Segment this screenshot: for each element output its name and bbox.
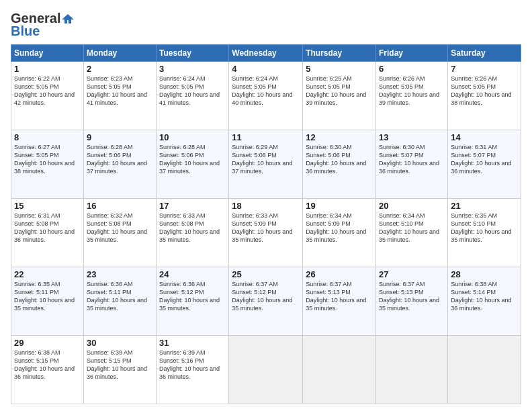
table-cell: 7 Sunrise: 6:26 AMSunset: 5:05 PMDayligh…	[448, 62, 521, 130]
day-number: 6	[379, 64, 445, 74]
day-number: 24	[159, 269, 226, 279]
day-number: 5	[306, 64, 373, 74]
logo: General Blue	[11, 11, 74, 39]
table-cell: 17 Sunrise: 6:33 AMSunset: 5:08 PMDaylig…	[157, 199, 229, 267]
col-monday: Monday	[83, 45, 156, 62]
cell-info: Sunrise: 6:37 AMSunset: 5:12 PMDaylight:…	[232, 281, 292, 312]
col-sunday: Sunday	[11, 45, 84, 62]
table-cell: 20 Sunrise: 6:34 AMSunset: 5:10 PMDaylig…	[376, 199, 448, 267]
table-cell: 14 Sunrise: 6:31 AMSunset: 5:07 PMDaylig…	[448, 130, 521, 199]
table-cell: 19 Sunrise: 6:34 AMSunset: 5:09 PMDaylig…	[303, 199, 376, 267]
col-tuesday: Tuesday	[157, 45, 229, 62]
cell-info: Sunrise: 6:31 AMSunset: 5:08 PMDaylight:…	[14, 212, 75, 243]
table-cell	[303, 336, 376, 404]
day-number: 26	[306, 269, 373, 279]
cell-info: Sunrise: 6:34 AMSunset: 5:10 PMDaylight:…	[379, 212, 439, 243]
day-number: 4	[232, 64, 300, 74]
day-number: 10	[159, 132, 226, 142]
day-number: 29	[14, 338, 81, 348]
cell-info: Sunrise: 6:32 AMSunset: 5:08 PMDaylight:…	[87, 212, 147, 243]
cell-info: Sunrise: 6:28 AMSunset: 5:06 PMDaylight:…	[159, 144, 220, 175]
day-number: 27	[379, 269, 445, 279]
table-cell: 22 Sunrise: 6:35 AMSunset: 5:11 PMDaylig…	[11, 267, 84, 336]
page: General Blue Sunday Monday Tuesday Wedne…	[0, 0, 532, 411]
table-cell: 21 Sunrise: 6:35 AMSunset: 5:10 PMDaylig…	[448, 199, 521, 267]
table-cell	[448, 336, 521, 404]
calendar-row: 22 Sunrise: 6:35 AMSunset: 5:11 PMDaylig…	[11, 267, 521, 336]
header-row: Sunday Monday Tuesday Wednesday Thursday…	[11, 45, 521, 62]
table-cell: 10 Sunrise: 6:28 AMSunset: 5:06 PMDaylig…	[157, 130, 229, 199]
svg-marker-0	[62, 14, 74, 24]
table-cell: 30 Sunrise: 6:39 AMSunset: 5:15 PMDaylig…	[83, 336, 156, 404]
day-number: 23	[87, 269, 153, 279]
day-number: 14	[451, 132, 518, 142]
day-number: 16	[87, 201, 153, 211]
cell-info: Sunrise: 6:27 AMSunset: 5:05 PMDaylight:…	[14, 144, 75, 175]
cell-info: Sunrise: 6:24 AMSunset: 5:05 PMDaylight:…	[159, 75, 220, 106]
cell-info: Sunrise: 6:38 AMSunset: 5:14 PMDaylight:…	[451, 281, 511, 312]
day-number: 7	[451, 64, 518, 74]
day-number: 21	[451, 201, 518, 211]
cell-info: Sunrise: 6:33 AMSunset: 5:09 PMDaylight:…	[232, 212, 292, 243]
cell-info: Sunrise: 6:33 AMSunset: 5:08 PMDaylight:…	[159, 212, 220, 243]
cell-info: Sunrise: 6:30 AMSunset: 5:07 PMDaylight:…	[379, 144, 439, 175]
col-wednesday: Wednesday	[229, 45, 303, 62]
col-saturday: Saturday	[448, 45, 521, 62]
logo-bird-icon	[62, 13, 74, 25]
day-number: 19	[306, 201, 373, 211]
table-cell: 11 Sunrise: 6:29 AMSunset: 5:06 PMDaylig…	[229, 130, 303, 199]
cell-info: Sunrise: 6:31 AMSunset: 5:07 PMDaylight:…	[451, 144, 511, 175]
calendar-row: 15 Sunrise: 6:31 AMSunset: 5:08 PMDaylig…	[11, 199, 521, 267]
day-number: 11	[232, 132, 300, 142]
cell-info: Sunrise: 6:35 AMSunset: 5:10 PMDaylight:…	[451, 212, 511, 243]
table-cell: 9 Sunrise: 6:28 AMSunset: 5:06 PMDayligh…	[83, 130, 156, 199]
cell-info: Sunrise: 6:34 AMSunset: 5:09 PMDaylight:…	[306, 212, 366, 243]
calendar-row: 1 Sunrise: 6:22 AMSunset: 5:05 PMDayligh…	[11, 62, 521, 130]
table-cell: 28 Sunrise: 6:38 AMSunset: 5:14 PMDaylig…	[448, 267, 521, 336]
cell-info: Sunrise: 6:22 AMSunset: 5:05 PMDaylight:…	[14, 75, 75, 106]
table-cell: 3 Sunrise: 6:24 AMSunset: 5:05 PMDayligh…	[157, 62, 229, 130]
table-cell	[376, 336, 448, 404]
day-number: 15	[14, 201, 81, 211]
cell-info: Sunrise: 6:37 AMSunset: 5:13 PMDaylight:…	[306, 281, 366, 312]
day-number: 13	[379, 132, 445, 142]
cell-info: Sunrise: 6:25 AMSunset: 5:05 PMDaylight:…	[306, 75, 366, 106]
cell-info: Sunrise: 6:35 AMSunset: 5:11 PMDaylight:…	[14, 281, 75, 312]
table-cell: 26 Sunrise: 6:37 AMSunset: 5:13 PMDaylig…	[303, 267, 376, 336]
day-number: 20	[379, 201, 445, 211]
col-thursday: Thursday	[303, 45, 376, 62]
table-cell: 16 Sunrise: 6:32 AMSunset: 5:08 PMDaylig…	[83, 199, 156, 267]
day-number: 17	[159, 201, 226, 211]
col-friday: Friday	[376, 45, 448, 62]
cell-info: Sunrise: 6:26 AMSunset: 5:05 PMDaylight:…	[379, 75, 439, 106]
day-number: 12	[306, 132, 373, 142]
table-cell: 1 Sunrise: 6:22 AMSunset: 5:05 PMDayligh…	[11, 62, 84, 130]
logo-blue: Blue	[11, 24, 40, 39]
calendar-row: 29 Sunrise: 6:38 AMSunset: 5:15 PMDaylig…	[11, 336, 521, 404]
day-number: 2	[87, 64, 153, 74]
day-number: 1	[14, 64, 81, 74]
cell-info: Sunrise: 6:38 AMSunset: 5:15 PMDaylight:…	[14, 349, 75, 380]
table-cell: 23 Sunrise: 6:36 AMSunset: 5:11 PMDaylig…	[83, 267, 156, 336]
table-cell: 5 Sunrise: 6:25 AMSunset: 5:05 PMDayligh…	[303, 62, 376, 130]
table-cell: 6 Sunrise: 6:26 AMSunset: 5:05 PMDayligh…	[376, 62, 448, 130]
day-number: 18	[232, 201, 300, 211]
cell-info: Sunrise: 6:28 AMSunset: 5:06 PMDaylight:…	[87, 144, 147, 175]
cell-info: Sunrise: 6:39 AMSunset: 5:16 PMDaylight:…	[159, 349, 220, 380]
cell-info: Sunrise: 6:37 AMSunset: 5:13 PMDaylight:…	[379, 281, 439, 312]
table-cell: 31 Sunrise: 6:39 AMSunset: 5:16 PMDaylig…	[157, 336, 229, 404]
calendar-table: Sunday Monday Tuesday Wednesday Thursday…	[11, 44, 521, 404]
day-number: 8	[14, 132, 81, 142]
table-cell: 25 Sunrise: 6:37 AMSunset: 5:12 PMDaylig…	[229, 267, 303, 336]
table-cell: 4 Sunrise: 6:24 AMSunset: 5:05 PMDayligh…	[229, 62, 303, 130]
table-cell: 13 Sunrise: 6:30 AMSunset: 5:07 PMDaylig…	[376, 130, 448, 199]
cell-info: Sunrise: 6:36 AMSunset: 5:11 PMDaylight:…	[87, 281, 147, 312]
header: General Blue	[11, 11, 521, 39]
table-cell: 15 Sunrise: 6:31 AMSunset: 5:08 PMDaylig…	[11, 199, 84, 267]
day-number: 22	[14, 269, 81, 279]
table-cell: 2 Sunrise: 6:23 AMSunset: 5:05 PMDayligh…	[83, 62, 156, 130]
cell-info: Sunrise: 6:39 AMSunset: 5:15 PMDaylight:…	[87, 349, 147, 380]
cell-info: Sunrise: 6:30 AMSunset: 5:06 PMDaylight:…	[306, 144, 366, 175]
day-number: 3	[159, 64, 226, 74]
day-number: 30	[87, 338, 153, 348]
